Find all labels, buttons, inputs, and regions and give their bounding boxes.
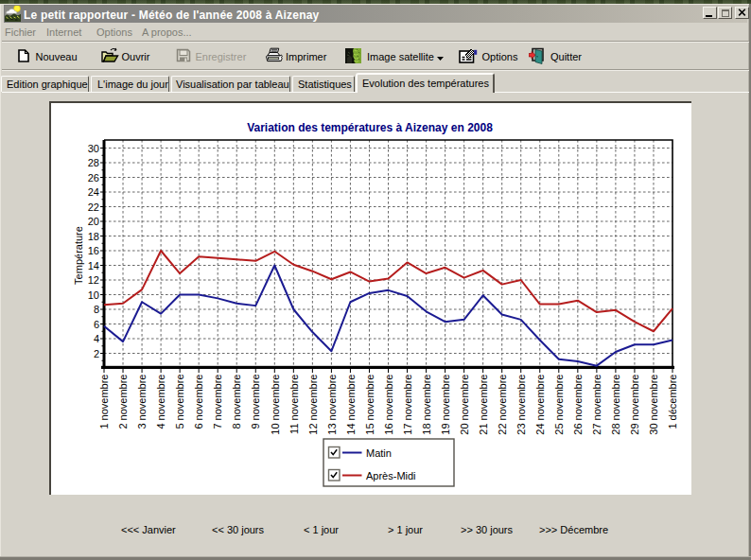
- svg-text:24: 24: [88, 186, 99, 198]
- svg-text:Température: Température: [73, 226, 84, 285]
- svg-text:14: 14: [88, 260, 99, 271]
- svg-text:28: 28: [88, 157, 99, 168]
- svg-text:29 novembre: 29 novembre: [629, 375, 640, 435]
- svg-text:13 novembre: 13 novembre: [326, 375, 338, 435]
- svg-text:27 novembre: 27 novembre: [591, 375, 603, 435]
- svg-text:20: 20: [88, 216, 99, 227]
- svg-text:25 novembre: 25 novembre: [553, 375, 565, 435]
- svg-text:8 novembre: 8 novembre: [231, 375, 242, 429]
- svg-text:20 novembre: 20 novembre: [459, 375, 470, 435]
- svg-text:26 novembre: 26 novembre: [572, 375, 584, 435]
- svg-text:19 novembre: 19 novembre: [440, 375, 451, 435]
- svg-text:30: 30: [88, 143, 99, 154]
- svg-text:22 novembre: 22 novembre: [497, 375, 508, 435]
- svg-text:12: 12: [88, 274, 99, 286]
- svg-text:18 novembre: 18 novembre: [421, 375, 432, 435]
- svg-text:2: 2: [94, 348, 99, 359]
- svg-text:7 novembre: 7 novembre: [212, 375, 223, 429]
- svg-text:4 novembre: 4 novembre: [155, 375, 166, 429]
- svg-text:1 novembre: 1 novembre: [98, 375, 110, 429]
- svg-text:10: 10: [88, 289, 99, 301]
- svg-text:6 novembre: 6 novembre: [193, 375, 204, 429]
- svg-text:9 novembre: 9 novembre: [250, 375, 261, 429]
- svg-text:26: 26: [88, 172, 99, 184]
- svg-text:3 novembre: 3 novembre: [136, 375, 148, 429]
- svg-text:12 novembre: 12 novembre: [307, 375, 319, 435]
- svg-text:22: 22: [88, 201, 99, 213]
- svg-text:18: 18: [88, 231, 99, 242]
- svg-text:1 décembre: 1 décembre: [667, 375, 678, 429]
- svg-text:Matin: Matin: [366, 447, 392, 459]
- svg-text:5 novembre: 5 novembre: [174, 375, 185, 429]
- svg-text:21 novembre: 21 novembre: [478, 375, 489, 435]
- svg-text:Après-Midi: Après-Midi: [366, 470, 416, 481]
- svg-text:30 novembre: 30 novembre: [648, 375, 659, 435]
- svg-text:11 novembre: 11 novembre: [288, 375, 300, 434]
- svg-text:4: 4: [94, 333, 99, 344]
- svg-text:8: 8: [94, 304, 99, 315]
- svg-text:16: 16: [88, 245, 99, 256]
- svg-text:28 novembre: 28 novembre: [610, 375, 621, 435]
- svg-text:24 novembre: 24 novembre: [534, 375, 546, 435]
- svg-text:16 novembre: 16 novembre: [383, 375, 394, 435]
- svg-text:10 novembre: 10 novembre: [270, 375, 281, 435]
- svg-text:15 novembre: 15 novembre: [364, 375, 376, 435]
- svg-text:23 novembre: 23 novembre: [515, 375, 527, 435]
- svg-text:Variation des températures à A: Variation des températures à Aizenay en …: [247, 121, 493, 134]
- svg-text:14 novembre: 14 novembre: [345, 375, 357, 435]
- svg-text:17 novembre: 17 novembre: [402, 375, 413, 435]
- svg-text:6: 6: [94, 319, 99, 330]
- svg-text:2 novembre: 2 novembre: [117, 375, 129, 429]
